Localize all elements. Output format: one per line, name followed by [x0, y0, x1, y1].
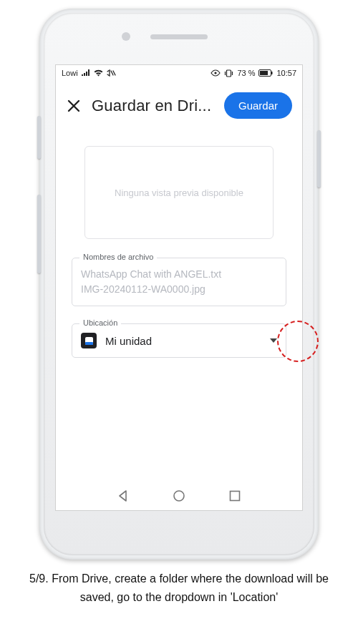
app-header: Guardar en Dri... Guardar — [56, 81, 302, 129]
nav-home-button[interactable] — [173, 489, 185, 502]
square-recent-icon — [228, 489, 241, 502]
caption-text: 5/9. From Drive, create a folder where t… — [0, 570, 358, 608]
eye-icon — [211, 69, 221, 77]
save-button[interactable]: Guardar — [224, 92, 292, 119]
clock: 10:57 — [276, 69, 296, 77]
filenames-field[interactable]: Nombres de archivo WhatsApp Chat with AN… — [72, 258, 286, 306]
close-icon — [67, 99, 80, 112]
volume-up-button — [37, 116, 41, 159]
signal-icon — [82, 69, 90, 77]
svg-rect-4 — [271, 72, 273, 74]
location-field[interactable]: Ubicación Mi unidad — [72, 323, 286, 358]
circle-home-icon — [173, 489, 185, 502]
volte-icon — [107, 69, 117, 77]
svg-rect-1 — [227, 70, 231, 77]
svg-point-7 — [174, 491, 184, 501]
wifi-icon — [94, 69, 103, 77]
svg-point-0 — [215, 72, 217, 74]
battery-icon — [258, 69, 273, 77]
chevron-down-icon — [270, 338, 277, 343]
location-value: Mi unidad — [105, 335, 261, 347]
power-button — [317, 130, 321, 187]
filenames-legend: Nombres de archivo — [79, 253, 157, 261]
nav-recent-button[interactable] — [228, 489, 241, 502]
carrier-label: Lowi — [62, 69, 78, 77]
svg-rect-6 — [85, 342, 93, 345]
filename-line: WhatsApp Chat with ANGEL.txt — [81, 267, 277, 282]
filename-line: IMG-20240112-WA0000.jpg — [81, 282, 277, 297]
screen: Lowi 73 % 10:57 Guardar en D — [55, 64, 303, 511]
vibrate-icon — [224, 69, 233, 77]
battery-pct: 73 % — [237, 69, 255, 77]
svg-rect-8 — [231, 492, 240, 501]
preview-box: Ninguna vista previa disponible — [84, 146, 274, 239]
preview-placeholder: Ninguna vista previa disponible — [115, 187, 243, 198]
volume-down-button — [37, 195, 41, 273]
front-camera — [122, 32, 130, 41]
content-area: Ninguna vista previa disponible Nombres … — [56, 129, 302, 385]
drive-icon — [81, 333, 97, 348]
status-bar: Lowi 73 % 10:57 — [56, 65, 302, 81]
close-button[interactable] — [66, 98, 82, 114]
nav-back-button[interactable] — [117, 489, 130, 502]
page-title: Guardar en Dri... — [92, 97, 214, 115]
triangle-back-icon — [117, 489, 130, 502]
svg-rect-3 — [260, 71, 268, 75]
location-legend: Ubicación — [79, 318, 121, 327]
speaker-grille — [150, 34, 208, 39]
phone-frame: Lowi 73 % 10:57 Guardar en D — [39, 9, 319, 560]
android-nav-bar — [56, 482, 302, 510]
